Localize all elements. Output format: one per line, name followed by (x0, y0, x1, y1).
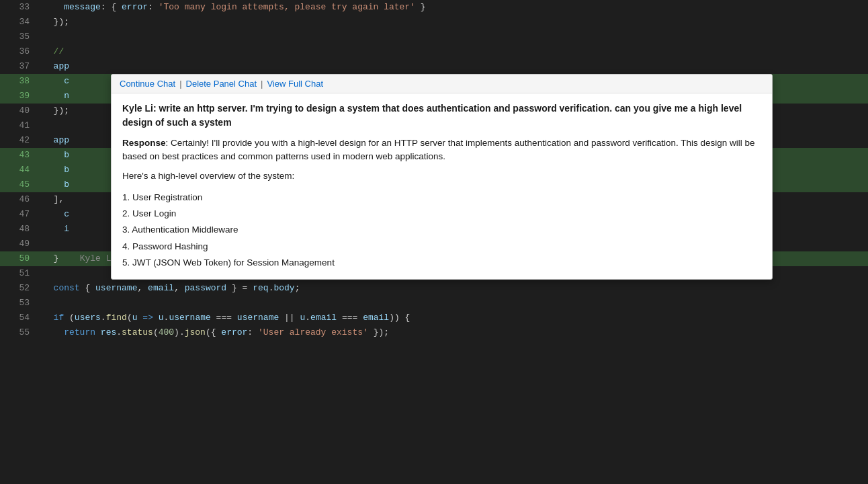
line-number-47: 47 (0, 207, 40, 222)
line-number-55: 55 (0, 325, 40, 340)
line-number-38: 38 (0, 74, 40, 89)
code-line-55: 55 return res.status(400).json({ error: … (0, 325, 868, 340)
list-item-5: 5. JWT (JSON Web Token) for Session Mana… (122, 255, 761, 271)
line-content-55: return res.status(400).json({ error: 'Us… (40, 325, 868, 340)
chat-overview: Here's a high-level overview of the syst… (122, 169, 761, 183)
line-number-52: 52 (0, 281, 40, 296)
line-content-52: const { username, email, password } = re… (40, 281, 868, 296)
chat-user-message: Kyle Li: write an http server. I'm tryin… (122, 102, 761, 130)
line-number-35: 35 (0, 30, 40, 44)
line-number-36: 36 (0, 44, 40, 59)
code-line-34: 34 }); (0, 15, 868, 30)
line-number-37: 37 (0, 59, 40, 74)
line-content-54: if (users.find(u => u.username === usern… (40, 311, 868, 325)
response-colon: : (166, 138, 171, 148)
line-content-33: message: { error: 'Too many login attemp… (40, 0, 868, 15)
line-content-37: app (40, 59, 868, 74)
chat-list: 1. User Registration 2. User Login 3. Au… (122, 190, 761, 271)
line-number-42: 42 (0, 133, 40, 148)
list-item-2: 2. User Login (122, 206, 761, 222)
delete-panel-chat-link[interactable]: Delete Panel Chat (186, 79, 257, 89)
chat-panel-body: Kyle Li: write an http server. I'm tryin… (112, 93, 772, 279)
continue-chat-link[interactable]: Continue Chat (120, 79, 175, 89)
code-line-37: 37 app (0, 59, 868, 74)
code-line-36: 36 // (0, 44, 868, 59)
chat-panel: Continue Chat | Delete Panel Chat | View… (111, 74, 773, 280)
code-line-54: 54 if (users.find(u => u.username === us… (0, 311, 868, 325)
code-line-53: 53 (0, 296, 868, 311)
line-number-53: 53 (0, 296, 40, 311)
line-number-44: 44 (0, 163, 40, 177)
list-item-4: 4. Password Hashing (122, 239, 761, 255)
code-line-33: 33 message: { error: 'Too many login att… (0, 0, 868, 15)
chat-response: Response: Certainly! I'll provide you wi… (122, 136, 761, 164)
response-text: Certainly! I'll provide you with a high-… (122, 138, 755, 161)
code-line-35: 35 (0, 30, 868, 44)
view-full-chat-link[interactable]: View Full Chat (267, 79, 323, 89)
list-item-1: 1. User Registration (122, 190, 761, 206)
line-number-48: 48 (0, 222, 40, 237)
header-sep-1: | (179, 79, 181, 89)
line-number-39: 39 (0, 89, 40, 104)
line-content-34: }); (40, 15, 868, 30)
line-number-43: 43 (0, 148, 40, 163)
list-item-3: 3. Authentication Middleware (122, 222, 761, 238)
line-number-34: 34 (0, 15, 40, 30)
line-number-49: 49 (0, 237, 40, 251)
line-number-40: 40 (0, 104, 40, 118)
header-sep-2: | (261, 79, 263, 89)
line-number-54: 54 (0, 311, 40, 325)
code-line-52: 52 const { username, email, password } =… (0, 281, 868, 296)
line-content-36: // (40, 44, 868, 59)
response-label: Response (122, 138, 166, 148)
line-number-51: 51 (0, 266, 40, 281)
chat-panel-header: Continue Chat | Delete Panel Chat | View… (112, 75, 772, 93)
line-number-45: 45 (0, 177, 40, 192)
editor-container: 33 message: { error: 'Too many login att… (0, 0, 868, 484)
line-number-50: 50 (0, 251, 40, 266)
line-number-46: 46 (0, 192, 40, 207)
line-number-33: 33 (0, 0, 40, 15)
line-number-41: 41 (0, 118, 40, 133)
